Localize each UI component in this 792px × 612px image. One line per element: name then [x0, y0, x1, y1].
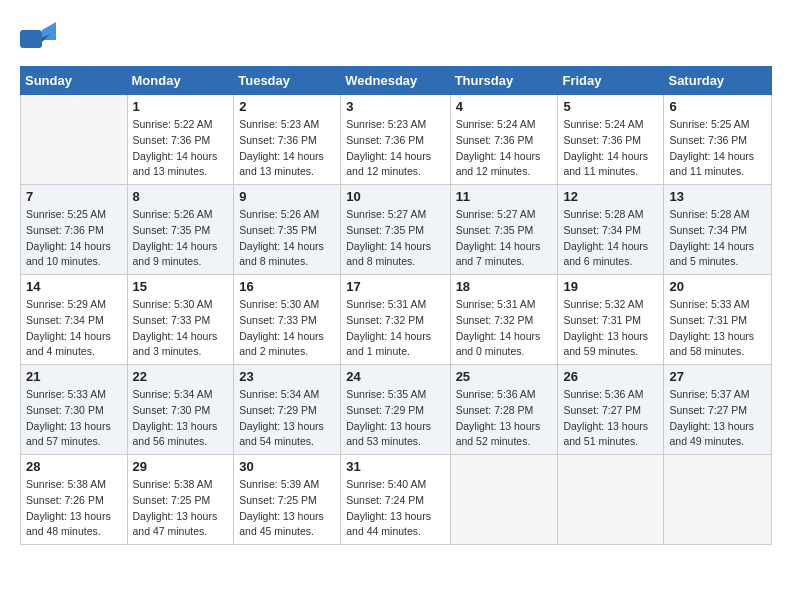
- day-number: 27: [669, 369, 766, 384]
- weekday-header-monday: Monday: [127, 67, 234, 95]
- calendar-cell: 4Sunrise: 5:24 AM Sunset: 7:36 PM Daylig…: [450, 95, 558, 185]
- day-info: Sunrise: 5:38 AM Sunset: 7:25 PM Dayligh…: [133, 477, 229, 540]
- day-number: 4: [456, 99, 553, 114]
- calendar-cell: 23Sunrise: 5:34 AM Sunset: 7:29 PM Dayli…: [234, 365, 341, 455]
- day-info: Sunrise: 5:39 AM Sunset: 7:25 PM Dayligh…: [239, 477, 335, 540]
- day-info: Sunrise: 5:37 AM Sunset: 7:27 PM Dayligh…: [669, 387, 766, 450]
- day-info: Sunrise: 5:25 AM Sunset: 7:36 PM Dayligh…: [669, 117, 766, 180]
- calendar-cell: 13Sunrise: 5:28 AM Sunset: 7:34 PM Dayli…: [664, 185, 772, 275]
- day-info: Sunrise: 5:23 AM Sunset: 7:36 PM Dayligh…: [239, 117, 335, 180]
- day-number: 14: [26, 279, 122, 294]
- calendar-cell: 19Sunrise: 5:32 AM Sunset: 7:31 PM Dayli…: [558, 275, 664, 365]
- calendar-cell: 11Sunrise: 5:27 AM Sunset: 7:35 PM Dayli…: [450, 185, 558, 275]
- day-info: Sunrise: 5:32 AM Sunset: 7:31 PM Dayligh…: [563, 297, 658, 360]
- day-number: 21: [26, 369, 122, 384]
- day-number: 23: [239, 369, 335, 384]
- weekday-header-sunday: Sunday: [21, 67, 128, 95]
- calendar-cell: 6Sunrise: 5:25 AM Sunset: 7:36 PM Daylig…: [664, 95, 772, 185]
- day-number: 20: [669, 279, 766, 294]
- calendar-cell: [21, 95, 128, 185]
- calendar-cell: 21Sunrise: 5:33 AM Sunset: 7:30 PM Dayli…: [21, 365, 128, 455]
- calendar-cell: [450, 455, 558, 545]
- day-number: 24: [346, 369, 444, 384]
- calendar-cell: 3Sunrise: 5:23 AM Sunset: 7:36 PM Daylig…: [341, 95, 450, 185]
- day-info: Sunrise: 5:38 AM Sunset: 7:26 PM Dayligh…: [26, 477, 122, 540]
- day-info: Sunrise: 5:25 AM Sunset: 7:36 PM Dayligh…: [26, 207, 122, 270]
- calendar-cell: 16Sunrise: 5:30 AM Sunset: 7:33 PM Dayli…: [234, 275, 341, 365]
- day-info: Sunrise: 5:30 AM Sunset: 7:33 PM Dayligh…: [239, 297, 335, 360]
- calendar-cell: 8Sunrise: 5:26 AM Sunset: 7:35 PM Daylig…: [127, 185, 234, 275]
- day-info: Sunrise: 5:30 AM Sunset: 7:33 PM Dayligh…: [133, 297, 229, 360]
- calendar-table: SundayMondayTuesdayWednesdayThursdayFrid…: [20, 66, 772, 545]
- day-number: 17: [346, 279, 444, 294]
- day-number: 9: [239, 189, 335, 204]
- day-info: Sunrise: 5:29 AM Sunset: 7:34 PM Dayligh…: [26, 297, 122, 360]
- calendar-cell: 27Sunrise: 5:37 AM Sunset: 7:27 PM Dayli…: [664, 365, 772, 455]
- day-info: Sunrise: 5:23 AM Sunset: 7:36 PM Dayligh…: [346, 117, 444, 180]
- day-info: Sunrise: 5:33 AM Sunset: 7:30 PM Dayligh…: [26, 387, 122, 450]
- day-info: Sunrise: 5:28 AM Sunset: 7:34 PM Dayligh…: [563, 207, 658, 270]
- day-number: 29: [133, 459, 229, 474]
- day-info: Sunrise: 5:34 AM Sunset: 7:30 PM Dayligh…: [133, 387, 229, 450]
- day-number: 15: [133, 279, 229, 294]
- day-info: Sunrise: 5:24 AM Sunset: 7:36 PM Dayligh…: [563, 117, 658, 180]
- calendar-cell: 26Sunrise: 5:36 AM Sunset: 7:27 PM Dayli…: [558, 365, 664, 455]
- calendar-cell: 15Sunrise: 5:30 AM Sunset: 7:33 PM Dayli…: [127, 275, 234, 365]
- day-info: Sunrise: 5:27 AM Sunset: 7:35 PM Dayligh…: [346, 207, 444, 270]
- weekday-header-thursday: Thursday: [450, 67, 558, 95]
- calendar-cell: 31Sunrise: 5:40 AM Sunset: 7:24 PM Dayli…: [341, 455, 450, 545]
- calendar-cell: 14Sunrise: 5:29 AM Sunset: 7:34 PM Dayli…: [21, 275, 128, 365]
- calendar-cell: 25Sunrise: 5:36 AM Sunset: 7:28 PM Dayli…: [450, 365, 558, 455]
- day-number: 26: [563, 369, 658, 384]
- calendar-cell: 30Sunrise: 5:39 AM Sunset: 7:25 PM Dayli…: [234, 455, 341, 545]
- day-info: Sunrise: 5:40 AM Sunset: 7:24 PM Dayligh…: [346, 477, 444, 540]
- weekday-header-wednesday: Wednesday: [341, 67, 450, 95]
- day-info: Sunrise: 5:27 AM Sunset: 7:35 PM Dayligh…: [456, 207, 553, 270]
- day-number: 19: [563, 279, 658, 294]
- calendar-cell: 2Sunrise: 5:23 AM Sunset: 7:36 PM Daylig…: [234, 95, 341, 185]
- day-info: Sunrise: 5:34 AM Sunset: 7:29 PM Dayligh…: [239, 387, 335, 450]
- svg-rect-0: [20, 30, 42, 48]
- calendar-cell: 1Sunrise: 5:22 AM Sunset: 7:36 PM Daylig…: [127, 95, 234, 185]
- day-info: Sunrise: 5:31 AM Sunset: 7:32 PM Dayligh…: [456, 297, 553, 360]
- day-info: Sunrise: 5:28 AM Sunset: 7:34 PM Dayligh…: [669, 207, 766, 270]
- calendar-cell: 10Sunrise: 5:27 AM Sunset: 7:35 PM Dayli…: [341, 185, 450, 275]
- weekday-header-tuesday: Tuesday: [234, 67, 341, 95]
- weekday-header-friday: Friday: [558, 67, 664, 95]
- calendar-cell: 17Sunrise: 5:31 AM Sunset: 7:32 PM Dayli…: [341, 275, 450, 365]
- day-info: Sunrise: 5:26 AM Sunset: 7:35 PM Dayligh…: [133, 207, 229, 270]
- page-header: [20, 20, 772, 56]
- day-info: Sunrise: 5:31 AM Sunset: 7:32 PM Dayligh…: [346, 297, 444, 360]
- day-number: 7: [26, 189, 122, 204]
- day-number: 25: [456, 369, 553, 384]
- calendar-cell: 22Sunrise: 5:34 AM Sunset: 7:30 PM Dayli…: [127, 365, 234, 455]
- day-number: 31: [346, 459, 444, 474]
- day-info: Sunrise: 5:26 AM Sunset: 7:35 PM Dayligh…: [239, 207, 335, 270]
- day-number: 10: [346, 189, 444, 204]
- day-info: Sunrise: 5:22 AM Sunset: 7:36 PM Dayligh…: [133, 117, 229, 180]
- calendar-cell: [558, 455, 664, 545]
- day-number: 22: [133, 369, 229, 384]
- calendar-cell: 5Sunrise: 5:24 AM Sunset: 7:36 PM Daylig…: [558, 95, 664, 185]
- day-number: 5: [563, 99, 658, 114]
- day-info: Sunrise: 5:36 AM Sunset: 7:28 PM Dayligh…: [456, 387, 553, 450]
- day-info: Sunrise: 5:33 AM Sunset: 7:31 PM Dayligh…: [669, 297, 766, 360]
- day-info: Sunrise: 5:36 AM Sunset: 7:27 PM Dayligh…: [563, 387, 658, 450]
- calendar-cell: 18Sunrise: 5:31 AM Sunset: 7:32 PM Dayli…: [450, 275, 558, 365]
- calendar-cell: 12Sunrise: 5:28 AM Sunset: 7:34 PM Dayli…: [558, 185, 664, 275]
- calendar-cell: 29Sunrise: 5:38 AM Sunset: 7:25 PM Dayli…: [127, 455, 234, 545]
- weekday-header-saturday: Saturday: [664, 67, 772, 95]
- calendar-cell: 28Sunrise: 5:38 AM Sunset: 7:26 PM Dayli…: [21, 455, 128, 545]
- calendar-cell: 20Sunrise: 5:33 AM Sunset: 7:31 PM Dayli…: [664, 275, 772, 365]
- day-number: 12: [563, 189, 658, 204]
- day-number: 30: [239, 459, 335, 474]
- day-number: 2: [239, 99, 335, 114]
- day-info: Sunrise: 5:35 AM Sunset: 7:29 PM Dayligh…: [346, 387, 444, 450]
- calendar-cell: 7Sunrise: 5:25 AM Sunset: 7:36 PM Daylig…: [21, 185, 128, 275]
- day-number: 13: [669, 189, 766, 204]
- day-number: 3: [346, 99, 444, 114]
- logo: [20, 20, 60, 56]
- day-number: 16: [239, 279, 335, 294]
- calendar-cell: 9Sunrise: 5:26 AM Sunset: 7:35 PM Daylig…: [234, 185, 341, 275]
- day-info: Sunrise: 5:24 AM Sunset: 7:36 PM Dayligh…: [456, 117, 553, 180]
